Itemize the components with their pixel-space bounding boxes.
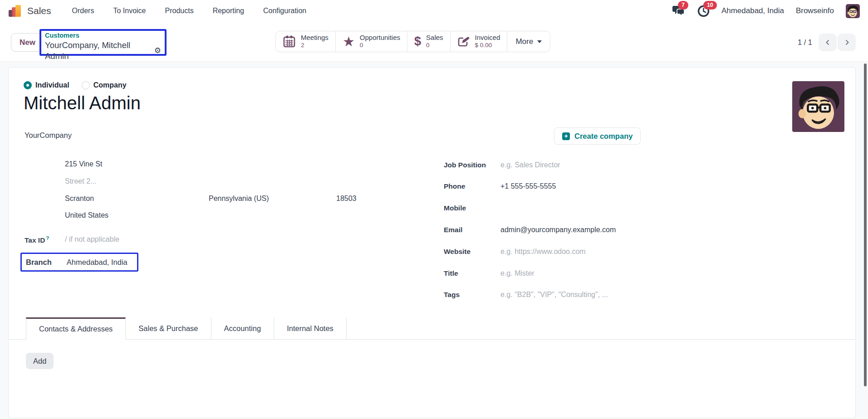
branch-highlight-box: Branch Ahmedabad, India (20, 253, 138, 272)
tax-id-field[interactable]: / if not applicable (65, 235, 119, 244)
tax-id-label: Tax ID? (25, 235, 49, 244)
form-sheet: Individual Company Mitchell Admin YourCo… (8, 67, 856, 418)
more-label: More (515, 37, 533, 46)
stat-button-sales[interactable]: $ Sales 0 (407, 31, 451, 52)
radio-selected-icon (24, 81, 32, 89)
menu-configuration[interactable]: Configuration (263, 7, 306, 15)
tax-id-label-text: Tax ID (25, 236, 45, 244)
create-company-label: Create company (574, 132, 633, 141)
tab-accounting[interactable]: Accounting (211, 317, 275, 339)
partner-name-field[interactable]: Mitchell Admin (24, 93, 141, 113)
sales-app-icon[interactable] (8, 5, 22, 17)
menu-reporting[interactable]: Reporting (213, 7, 244, 15)
phone-field[interactable]: +1 555-555-5555 (500, 182, 556, 190)
tags-label: Tags (444, 291, 460, 299)
company-switcher[interactable]: Ahmedabad, India (721, 6, 784, 15)
stat-button-meetings[interactable]: Meetings 2 (276, 31, 336, 52)
parent-company-field[interactable]: YourCompany (25, 131, 72, 140)
star-icon: ★ (343, 35, 355, 49)
help-icon[interactable]: ? (46, 235, 49, 241)
stat-label: Meetings (301, 34, 329, 42)
partner-photo[interactable] (792, 81, 844, 132)
gear-icon[interactable]: ⚙ (154, 46, 161, 56)
tab-sales-purchase[interactable]: Sales & Purchase (126, 317, 211, 339)
plus-icon: + (562, 132, 570, 140)
messages-icon[interactable]: 7 (672, 5, 686, 17)
menu-orders[interactable]: Orders (72, 7, 94, 15)
menu-products[interactable]: Products (165, 7, 193, 15)
stat-button-invoiced[interactable]: Invoiced $ 0.00 (451, 31, 508, 52)
stat-value: 0 (426, 42, 443, 49)
activities-clock-icon[interactable]: 10 (697, 5, 710, 17)
menu-to-invoice[interactable]: To Invoice (113, 7, 146, 15)
pager-next-button[interactable] (838, 34, 856, 51)
stat-value: 2 (301, 42, 329, 49)
email-field[interactable]: admin@yourcompany.example.com (500, 226, 616, 234)
branch-field[interactable]: Ahmedabad, India (67, 258, 128, 267)
tags-field[interactable]: e.g. "B2B", "VIP", "Consulting", ... (500, 291, 608, 299)
dollar-icon: $ (414, 35, 421, 48)
stat-label: Invoiced (475, 34, 500, 42)
breadcrumb-highlight-box: Customers YourCompany, Mitchell Admin ⚙ (39, 29, 167, 56)
invoice-icon (457, 36, 470, 48)
radio-individual-label: Individual (35, 81, 69, 89)
tab-internal-notes[interactable]: Internal Notes (274, 317, 347, 339)
radio-individual[interactable]: Individual (24, 81, 69, 89)
tab-contacts-addresses[interactable]: Contacts & Addresses (26, 317, 126, 340)
user-avatar[interactable] (846, 4, 860, 18)
pager: 1 / 1 (798, 34, 856, 51)
navbar-right: 7 10 Ahmedabad, India Browseinfo (672, 4, 860, 18)
title-label: Title (444, 269, 458, 278)
control-panel: New Customers YourCompany, Mitchell Admi… (0, 22, 868, 62)
mobile-label: Mobile (444, 204, 466, 212)
breadcrumb-customers-link[interactable]: Customers (45, 31, 161, 40)
vertical-scrollbar[interactable] (864, 63, 867, 386)
more-dropdown-button[interactable]: More (507, 31, 550, 52)
website-label: Website (444, 248, 471, 256)
notebook-tabs: Contacts & Addresses Sales & Purchase Ac… (9, 317, 855, 340)
chevron-down-icon (537, 40, 542, 45)
radio-company-label: Company (93, 81, 127, 89)
user-menu[interactable]: Browseinfo (796, 6, 834, 15)
app-menu: Orders To Invoice Products Reporting Con… (72, 7, 307, 15)
form-view-background: Individual Company Mitchell Admin YourCo… (0, 63, 868, 419)
stat-value: 0 (360, 42, 400, 49)
zip-field[interactable]: 18503 (336, 195, 357, 203)
street2-field[interactable]: Street 2... (65, 177, 96, 185)
job-position-field[interactable]: e.g. Sales Director (500, 161, 560, 169)
country-field[interactable]: United States (65, 211, 108, 219)
title-field[interactable]: e.g. Mister (500, 269, 535, 278)
add-contact-button[interactable]: Add (26, 353, 54, 369)
create-company-button[interactable]: + Create company (554, 127, 641, 145)
radio-unselected-icon (82, 81, 90, 89)
messages-badge: 7 (678, 1, 688, 10)
stat-label: Opportunities (360, 34, 400, 42)
city-field[interactable]: Scranton (65, 195, 94, 203)
app-name[interactable]: Sales (27, 5, 51, 16)
breadcrumb-current: YourCompany, Mitchell Admin ⚙ (45, 40, 161, 62)
top-navbar: Sales Orders To Invoice Products Reporti… (0, 0, 868, 22)
phone-label: Phone (444, 182, 465, 190)
activities-badge: 10 (703, 1, 717, 10)
calendar-icon (283, 35, 296, 48)
company-type-selector: Individual Company (24, 81, 127, 89)
state-field[interactable]: Pennsylvania (US) (209, 195, 269, 203)
pager-count: 1 / 1 (798, 38, 812, 47)
breadcrumb-current-label: YourCompany, Mitchell Admin (45, 40, 151, 62)
pager-previous-button[interactable] (819, 34, 837, 51)
street-field[interactable]: 215 Vine St (65, 160, 102, 168)
stat-button-group: Meetings 2 ★ Opportunities 0 $ Sales 0 (275, 31, 550, 52)
stat-value: $ 0.00 (475, 42, 500, 49)
website-field[interactable]: e.g. https://www.odoo.com (500, 248, 586, 256)
email-label: Email (444, 226, 462, 234)
stat-button-opportunities[interactable]: ★ Opportunities 0 (336, 31, 407, 52)
branch-label: Branch (26, 258, 52, 267)
stat-label: Sales (426, 34, 443, 42)
radio-company[interactable]: Company (82, 81, 127, 89)
job-position-label: Job Position (444, 161, 486, 169)
